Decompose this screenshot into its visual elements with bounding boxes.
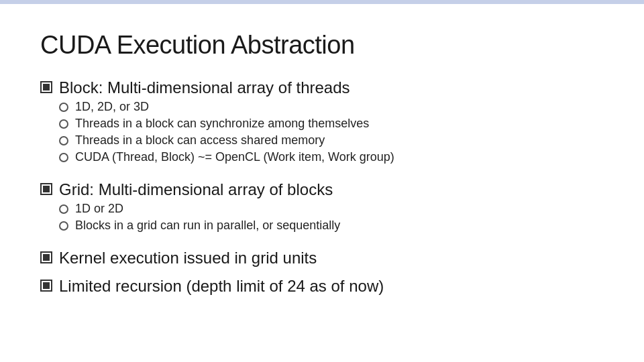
sub-label: Threads in a block can access shared mem…	[75, 133, 325, 147]
list-item: Blocks in a grid can run in parallel, or…	[59, 219, 604, 233]
bullet-block: Block: Multi-dimensional array of thread…	[40, 78, 604, 97]
list-item: Threads in a block can synchronize among…	[59, 117, 604, 131]
sub-label: Threads in a block can synchronize among…	[75, 117, 369, 131]
list-item: CUDA (Thread, Block) ~= OpenCL (Work ite…	[59, 150, 604, 164]
slide: CUDA Execution Abstraction Block: Multi-…	[0, 4, 644, 362]
slide-title: CUDA Execution Abstraction	[40, 31, 604, 60]
bullet-recursion-label: Limited recursion (depth limit of 24 as …	[59, 277, 384, 296]
bullet-kernel-label: Kernel execution issued in grid units	[59, 249, 317, 267]
sub-bullets-block: 1D, 2D, or 3D Threads in a block can syn…	[59, 100, 604, 164]
sub-circle-icon	[59, 136, 68, 145]
bullet-kernel: Kernel execution issued in grid units	[40, 249, 604, 267]
checkbox-block	[40, 81, 52, 93]
checkbox-kernel	[40, 251, 52, 263]
sub-bullets-grid: 1D or 2D Blocks in a grid can run in par…	[59, 202, 604, 233]
bullet-grid: Grid: Multi-dimensional array of blocks	[40, 180, 604, 199]
list-item: 1D or 2D	[59, 202, 604, 216]
checkbox-grid	[40, 183, 52, 195]
bullet-grid-label: Grid: Multi-dimensional array of blocks	[59, 180, 333, 199]
list-item: Threads in a block can access shared mem…	[59, 133, 604, 147]
list-item: 1D, 2D, or 3D	[59, 100, 604, 114]
section-block: Block: Multi-dimensional array of thread…	[40, 78, 604, 167]
sub-circle-icon	[59, 153, 68, 162]
sub-label: CUDA (Thread, Block) ~= OpenCL (Work ite…	[75, 150, 394, 164]
sub-circle-icon	[59, 103, 68, 112]
sub-label: 1D or 2D	[75, 202, 123, 216]
sub-label: 1D, 2D, or 3D	[75, 100, 149, 114]
bullet-recursion: Limited recursion (depth limit of 24 as …	[40, 277, 604, 296]
section-grid: Grid: Multi-dimensional array of blocks …	[40, 180, 604, 235]
bullet-block-label: Block: Multi-dimensional array of thread…	[59, 78, 350, 97]
sub-label: Blocks in a grid can run in parallel, or…	[75, 219, 340, 233]
sub-circle-icon	[59, 119, 68, 129]
checkbox-recursion	[40, 280, 52, 292]
content-area: Block: Multi-dimensional array of thread…	[40, 78, 604, 296]
sub-circle-icon	[59, 221, 68, 231]
sub-circle-icon	[59, 204, 68, 214]
